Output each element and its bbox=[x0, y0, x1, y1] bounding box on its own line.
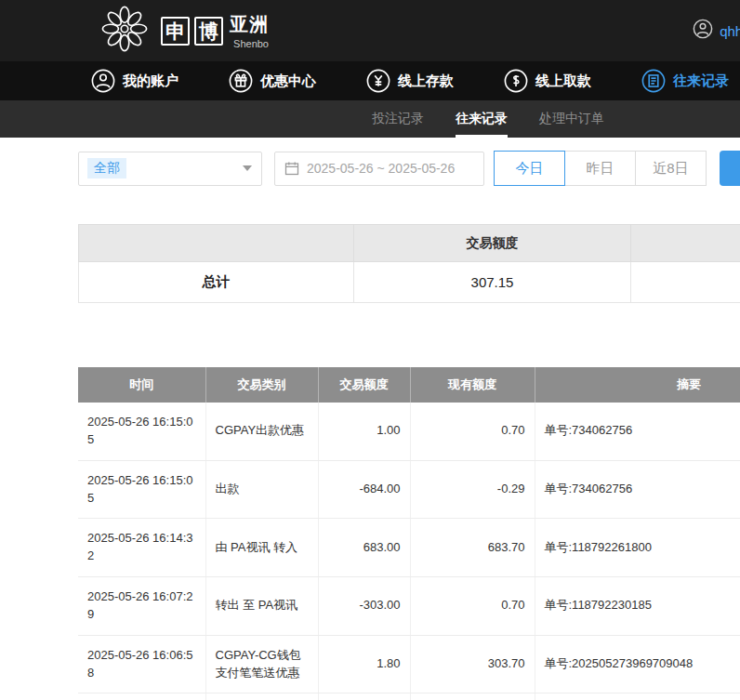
logo-char-shen: 申 bbox=[161, 17, 190, 46]
cell-time: 2025-05-26 16:14:32 bbox=[78, 519, 205, 577]
summary-total-label: 总计 bbox=[79, 262, 354, 303]
date-range-input[interactable]: 2025-05-26 ~ 2025-05-26 bbox=[274, 152, 484, 186]
nav-item-withdraw[interactable]: 线上取款 bbox=[504, 69, 602, 93]
cell-memo: 单号:202505273969709048 bbox=[535, 693, 740, 700]
chevron-down-icon bbox=[233, 152, 261, 185]
last-8-days-button[interactable]: 近8日 bbox=[635, 151, 707, 186]
gift-icon bbox=[229, 69, 253, 93]
transactions-table: 时间 交易类别 交易额度 现有额度 摘要 2025-05-26 16:15:05… bbox=[78, 367, 740, 700]
quick-date-buttons: 今日 昨日 近8日 bbox=[495, 151, 707, 186]
cell-balance: 0.70 bbox=[410, 577, 535, 636]
cell-type: CGPAY出款优惠 bbox=[205, 403, 318, 460]
summary-header-empty2 bbox=[631, 225, 740, 262]
user-avatar-icon bbox=[693, 19, 713, 43]
yesterday-button[interactable]: 昨日 bbox=[564, 151, 636, 186]
cell-time: 2025-05-26 16:15:05 bbox=[78, 403, 205, 460]
cell-type: CGPAY支付 bbox=[205, 693, 318, 700]
date-range-value: 2025-05-26 ~ 2025-05-26 bbox=[307, 161, 455, 176]
cell-time: 2025-05-26 16:06:58 bbox=[78, 635, 205, 693]
category-selected-value: 全部 bbox=[87, 158, 126, 178]
summary-total-value: 307.15 bbox=[354, 262, 631, 303]
summary-empty-cell bbox=[631, 262, 740, 303]
col-header-memo: 摘要 bbox=[535, 367, 740, 403]
table-row: 2025-05-26 16:06:58CGPAY-CG钱包支付笔笔送优惠1.80… bbox=[78, 635, 740, 693]
cell-memo: 单号:734062756 bbox=[535, 403, 740, 460]
cell-type: 转出 至 PA视讯 bbox=[205, 577, 318, 636]
cell-amount: 683.00 bbox=[318, 519, 410, 577]
top-header: 申 博 亚洲 Shenbo qhhw bbox=[0, 0, 740, 61]
table-row: 2025-05-26 16:15:05出款-684.00-0.29单号:7340… bbox=[78, 460, 740, 519]
nav-item-transaction-records[interactable]: 往来记录 bbox=[641, 69, 740, 93]
col-header-type: 交易类别 bbox=[205, 367, 318, 403]
summary-header-amount: 交易额度 bbox=[354, 225, 631, 262]
logo-subtitle: Shenbo bbox=[233, 38, 269, 49]
cell-memo: 单号:118792230185 bbox=[535, 577, 740, 636]
cell-balance: 301.90 bbox=[410, 693, 535, 700]
table-row: 2025-05-26 16:07:29转出 至 PA视讯-303.000.70单… bbox=[78, 577, 740, 636]
cell-amount: 1.00 bbox=[318, 403, 410, 460]
cell-type: 由 PA视讯 转入 bbox=[205, 519, 318, 577]
logo[interactable]: 申 博 亚洲 Shenbo bbox=[100, 5, 269, 57]
nav-item-my-account[interactable]: 我的账户 bbox=[91, 69, 190, 93]
main-nav: 我的账户 优惠中心 线上存款 bbox=[0, 61, 740, 100]
nav-label: 线上存款 bbox=[398, 73, 454, 90]
cell-amount: 1.80 bbox=[318, 635, 410, 693]
logo-char-bo: 博 bbox=[194, 17, 223, 46]
cell-time: 2025-05-26 16:06:58 bbox=[78, 693, 205, 700]
col-header-balance: 现有额度 bbox=[410, 367, 535, 403]
records-icon bbox=[641, 69, 666, 93]
today-button[interactable]: 今日 bbox=[494, 151, 565, 186]
table-row: 2025-05-26 16:14:32由 PA视讯 转入683.00683.70… bbox=[78, 519, 740, 577]
cell-amount: 301.00 bbox=[318, 693, 410, 700]
nav-item-deposit[interactable]: 线上存款 bbox=[366, 69, 465, 93]
record-tabs: 投注记录 往来记录 处理中订单 bbox=[0, 100, 740, 138]
page: 申 博 亚洲 Shenbo qhhw bbox=[0, 0, 740, 700]
cell-memo: 单号:734062756 bbox=[535, 460, 740, 519]
tab-transaction-records[interactable]: 往来记录 bbox=[456, 100, 508, 138]
deposit-icon bbox=[366, 69, 390, 93]
cell-time: 2025-05-26 16:15:05 bbox=[78, 460, 205, 519]
username: qhhw bbox=[720, 23, 740, 39]
cell-balance: -0.29 bbox=[410, 460, 535, 519]
cell-balance: 0.70 bbox=[410, 403, 535, 460]
logo-region: 亚洲 bbox=[230, 12, 269, 37]
tab-betting-records[interactable]: 投注记录 bbox=[372, 100, 424, 138]
calendar-icon bbox=[284, 161, 299, 176]
cell-type: CGPAY-CG钱包支付笔笔送优惠 bbox=[205, 635, 318, 693]
summary-header-empty bbox=[79, 225, 354, 262]
nav-label: 优惠中心 bbox=[260, 73, 316, 90]
search-button[interactable] bbox=[720, 151, 740, 186]
summary-table: 交易额度 总计 307.15 bbox=[78, 224, 740, 303]
content: 全部 2025-05-26 ~ 2025-05-26 今日 昨日 近8日 bbox=[0, 151, 740, 700]
cell-memo: 单号:202505273969709048 bbox=[535, 635, 740, 693]
table-row: 2025-05-26 16:15:05CGPAY出款优惠1.000.70单号:7… bbox=[78, 403, 740, 460]
transactions-header-row: 时间 交易类别 交易额度 现有额度 摘要 bbox=[78, 367, 740, 403]
table-row: 2025-05-26 16:06:58CGPAY支付301.00301.90单号… bbox=[78, 693, 740, 700]
user-account[interactable]: qhhw bbox=[693, 19, 740, 43]
nav-item-promotions[interactable]: 优惠中心 bbox=[229, 69, 327, 93]
tab-processing-orders[interactable]: 处理中订单 bbox=[539, 100, 604, 138]
cell-amount: -684.00 bbox=[318, 460, 410, 519]
category-select[interactable]: 全部 bbox=[78, 152, 262, 186]
col-header-amount: 交易额度 bbox=[318, 367, 410, 403]
cell-balance: 683.70 bbox=[410, 519, 535, 577]
cell-amount: -303.00 bbox=[318, 577, 410, 636]
withdraw-icon bbox=[504, 69, 528, 93]
nav-label: 线上取款 bbox=[535, 73, 591, 90]
col-header-time: 时间 bbox=[78, 367, 205, 403]
cell-memo: 单号:118792261800 bbox=[535, 519, 740, 577]
cell-time: 2025-05-26 16:07:29 bbox=[78, 577, 205, 636]
filter-bar: 全部 2025-05-26 ~ 2025-05-26 今日 昨日 近8日 bbox=[78, 151, 740, 186]
summary-row: 总计 307.15 bbox=[79, 262, 740, 303]
transactions-body: 2025-05-26 16:15:05CGPAY出款优惠1.000.70单号:7… bbox=[78, 403, 740, 700]
nav-label: 我的账户 bbox=[123, 73, 178, 90]
nav-label: 往来记录 bbox=[673, 73, 729, 90]
user-icon bbox=[91, 69, 115, 93]
flower-logo-icon bbox=[100, 5, 149, 57]
cell-type: 出款 bbox=[205, 460, 318, 519]
cell-balance: 303.70 bbox=[410, 635, 535, 693]
